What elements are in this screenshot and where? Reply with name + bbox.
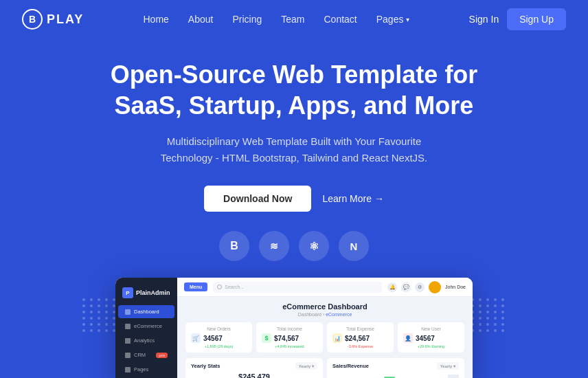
mock-nav-analytics[interactable]: Analytics xyxy=(118,334,174,347)
mock-nav-crm[interactable]: CRM pro xyxy=(118,348,174,362)
mock-logo: P PlainAdmin xyxy=(115,285,177,304)
analytics-nav-icon xyxy=(125,338,131,344)
brand-logo[interactable]: B PLAY xyxy=(22,9,84,30)
orders-icon: 🛒 xyxy=(191,333,201,343)
mock-main: Menu Search... 🔔 💬 ⚙ John Doe xyxy=(177,278,473,378)
nav-pages[interactable]: Pages ▾ xyxy=(376,14,410,25)
nav-about[interactable]: About xyxy=(188,14,214,25)
crm-badge: pro xyxy=(156,353,168,358)
notification-icon[interactable]: 🔔 xyxy=(387,282,397,292)
tech-icons: B ≋ ⚛ N xyxy=(219,231,369,261)
hero-title: Open-Source Web Template for SaaS, Start… xyxy=(81,59,507,121)
mock-nav-ecommerce[interactable]: eCommerce xyxy=(118,320,174,333)
signin-button[interactable]: Sign In xyxy=(469,14,499,25)
users-icon: 👤 xyxy=(403,333,413,343)
tailwind-icon: ≋ xyxy=(259,231,289,261)
mock-page-title: eCommerce Dashboard xyxy=(185,302,464,311)
filter-icon[interactable]: ⚙ xyxy=(415,282,425,292)
hero-buttons: Download Now Learn More → xyxy=(204,186,384,212)
mock-breadcrumb: Dashboard › eCommerce xyxy=(185,312,464,317)
navbar-actions: Sign In Sign Up xyxy=(469,8,566,30)
menu-button[interactable]: Menu xyxy=(184,282,207,291)
sales-dropdown[interactable]: Yearly ▾ xyxy=(437,362,459,370)
chart-sales-revenue: Sales/Revenue Yearly ▾ xyxy=(327,358,464,378)
dashboard-nav-icon xyxy=(125,309,131,315)
user-avatar[interactable] xyxy=(429,281,441,293)
expense-icon: 📊 xyxy=(332,333,342,343)
search-icon xyxy=(217,285,222,289)
nextjs-icon: N xyxy=(339,231,369,261)
mock-nav-dashboard[interactable]: Dashboard xyxy=(118,305,174,318)
signup-button[interactable]: Sign Up xyxy=(507,8,566,30)
stat-card-orders: New Orders 🛒 34567 +1,895 (28 days) xyxy=(185,322,252,353)
mock-logo-icon: P xyxy=(122,287,133,298)
dashboard-preview-wrapper: P PlainAdmin Dashboard eCommerce Analyti… xyxy=(27,278,561,378)
nav-home[interactable]: Home xyxy=(144,14,169,25)
mock-search[interactable]: Search... xyxy=(213,282,382,293)
mock-nav-pages[interactable]: Pages xyxy=(118,363,174,376)
stat-card-users: New User 👤 34567 +29.8% Earning xyxy=(398,322,464,353)
download-button[interactable]: Download Now xyxy=(204,186,311,212)
stat-card-income: Total Income $ $74,567 +4,845 increased xyxy=(256,322,323,353)
react-icon: ⚛ xyxy=(299,231,329,261)
mock-stat-cards: New Orders 🛒 34567 +1,895 (28 days) Tota… xyxy=(185,322,464,353)
logo-text: PLAY xyxy=(47,12,84,27)
ecommerce-nav-icon xyxy=(125,324,131,329)
topbar-icons: 🔔 💬 ⚙ John Doe xyxy=(387,281,466,293)
pages-nav-icon xyxy=(125,367,131,373)
nav-pricing[interactable]: Pricing xyxy=(232,14,262,25)
crm-nav-icon xyxy=(125,353,131,358)
mock-topbar: Menu Search... 🔔 💬 ⚙ John Doe xyxy=(177,278,473,297)
income-icon: $ xyxy=(262,333,271,343)
chevron-down-icon: ▾ xyxy=(406,16,409,23)
mock-content: eCommerce Dashboard Dashboard › eCommerc… xyxy=(177,297,473,378)
mock-sidebar: P PlainAdmin Dashboard eCommerce Analyti… xyxy=(115,278,177,378)
dashboard-mockup: P PlainAdmin Dashboard eCommerce Analyti… xyxy=(115,278,473,378)
navbar: B PLAY Home About Pricing Team Contact P… xyxy=(0,0,588,38)
hero-section: Open-Source Web Template for SaaS, Start… xyxy=(0,38,588,378)
nav-team[interactable]: Team xyxy=(281,14,304,25)
chart-yearly-stats: Yearly Stats Yearly ▾ $245,479 xyxy=(185,358,323,378)
message-icon[interactable]: 💬 xyxy=(401,282,411,292)
nav-links: Home About Pricing Team Contact Pages ▾ xyxy=(144,13,410,25)
hero-subtitle: Multidisciplinary Web Template Built wit… xyxy=(157,133,431,166)
nav-contact[interactable]: Contact xyxy=(324,14,357,25)
yearly-dropdown[interactable]: Yearly ▾ xyxy=(295,362,317,370)
mock-charts: Yearly Stats Yearly ▾ $245,479 xyxy=(185,358,464,378)
user-name: John Doe xyxy=(445,285,466,289)
logo-icon: B xyxy=(22,9,43,30)
bootstrap-icon: B xyxy=(219,231,249,261)
stat-card-expense: Total Expense 📊 $24,567 -3.6% Expense xyxy=(327,322,394,353)
learn-more-button[interactable]: Learn More → xyxy=(322,193,383,204)
sales-bar-chart xyxy=(332,373,459,378)
